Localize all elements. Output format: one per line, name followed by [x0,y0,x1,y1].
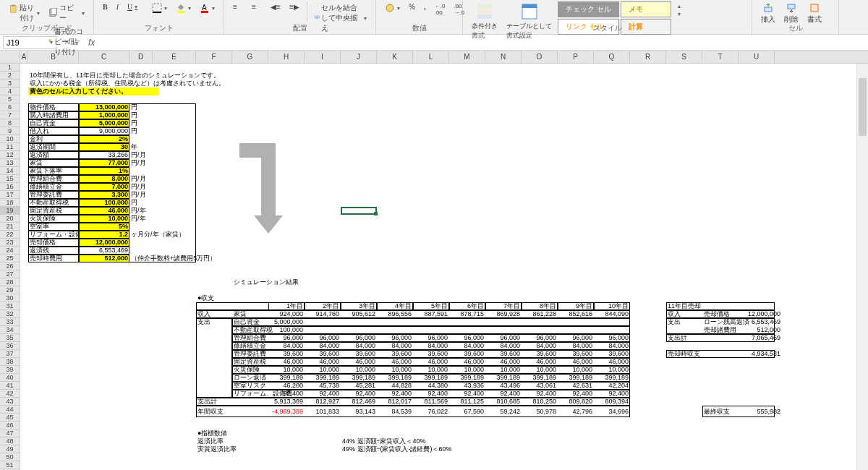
input-value[interactable]: 2% [79,135,129,143]
vertical-scrollbar[interactable] [856,64,868,470]
expense-row-label[interactable]: 火災保険 [232,366,261,374]
input-value[interactable]: 3,300 [79,191,129,199]
metrics-heading[interactable]: ●指標数値 [196,430,229,437]
sale-title[interactable]: 11年目売却 [666,302,702,310]
expense-val[interactable]: 43,936 [449,382,485,390]
row-header-51[interactable]: 51 [0,461,20,469]
col-header-P[interactable]: P [558,51,594,63]
expense-row-label[interactable]: 自己資金 [232,318,261,326]
conditional-format-button[interactable]: 条件付き 書式 [469,1,501,42]
expense-val[interactable]: 10,000 [594,366,630,374]
expense-val[interactable]: 43,496 [485,382,522,390]
arrow-shape[interactable] [239,143,290,239]
col-header-J[interactable]: J [341,51,377,63]
input-value[interactable]: 8,000 [79,175,129,183]
input-label[interactable]: 借入れ [28,127,79,135]
expense-val[interactable]: 39,600 [558,350,594,358]
expense-val[interactable]: 96,000 [522,334,558,342]
row-header-45[interactable]: 45 [0,414,20,422]
col-header-Q[interactable]: Q [594,51,630,63]
row-header-33[interactable]: 33 [0,318,20,326]
expense-val[interactable]: 399,189 [377,374,413,382]
row-header-21[interactable]: 21 [0,223,20,231]
col-header-L[interactable]: L [413,51,449,63]
expense-row-label[interactable]: 管理組合費 [232,334,268,342]
expense-val[interactable]: 39,600 [594,350,630,358]
input-value[interactable]: 1,000,000 [79,111,129,119]
expense-total-label[interactable]: 支出計 [196,398,218,406]
expense-val[interactable]: 39,600 [449,350,485,358]
expense-val[interactable]: 84,000 [341,342,377,350]
input-label[interactable]: 返済残 [28,247,79,255]
row-header-50[interactable]: 50 [0,453,20,461]
expense-val[interactable]: 84,000 [522,342,558,350]
year-header[interactable]: 9年目 [558,302,594,310]
input-label[interactable]: リフォーム・設備費 [28,231,79,239]
ratio2-val[interactable]: 49% 返済額÷(家賃収入-諸経費)＜60% [341,445,453,453]
year-header[interactable]: 2年目 [305,302,341,310]
row-header-15[interactable]: 15 [0,175,20,183]
expense-val[interactable]: 399,189 [449,374,485,382]
expense-val[interactable]: 46,000 [413,358,449,366]
expense-val[interactable]: 10,000 [413,366,449,374]
expense-val[interactable]: 92,400 [449,390,485,398]
row-header-16[interactable]: 16 [0,183,20,191]
rent-val[interactable]: 896,556 [377,310,413,318]
expense-total-val[interactable]: 809,394 [594,398,630,406]
row-header-23[interactable]: 23 [0,239,20,247]
expense-val[interactable]: 46,000 [558,358,594,366]
input-label[interactable]: 不動産取得税 [28,199,79,207]
expense-val[interactable]: 10,000 [341,366,377,374]
row-header-40[interactable]: 40 [0,374,20,382]
row-header-3[interactable]: 3 [0,80,20,87]
rent-val[interactable]: 905,612 [341,310,377,318]
rent-val[interactable]: 844,090 [594,310,630,318]
input-label[interactable]: 固定資産税 [28,207,79,215]
col-header-M[interactable]: M [449,51,485,63]
row-header-12[interactable]: 12 [0,151,20,159]
row-header-25[interactable]: 25 [0,255,20,262]
expense-val[interactable]: 100,000 [268,326,305,334]
rent-val[interactable]: 924,000 [268,310,305,318]
col-header-E[interactable]: E [153,51,196,63]
annual-val[interactable]: 67,590 [449,406,485,417]
sale-total-label[interactable]: 支出計 [666,334,689,342]
copy-button[interactable]: コピー▾ [46,1,88,25]
year-header[interactable]: 3年目 [341,302,377,310]
col-header-G[interactable]: G [232,51,268,63]
sale-income-label[interactable]: 収入 [666,310,682,318]
input-unit[interactable]: 円/月 [129,175,148,183]
input-value[interactable]: 77,000 [79,159,129,167]
row-header-11[interactable]: 11 [0,143,20,151]
format-button[interactable]: 書式 [804,1,825,26]
input-value[interactable]: 100,000 [79,199,129,207]
expense-val[interactable]: 42,204 [594,382,630,390]
expense-val[interactable]: 96,000 [485,334,522,342]
row-header-36[interactable]: 36 [0,342,20,350]
style-memo-cell[interactable]: メモ [621,1,671,17]
expense-total-val[interactable]: 812,017 [377,398,413,406]
col-header-I[interactable]: I [305,51,341,63]
expense-val[interactable]: 92,400 [485,390,522,398]
expense-val[interactable]: 39,600 [268,350,305,358]
styles-more-button[interactable]: ▴▾ [674,1,684,19]
expense-total-val[interactable]: 810,685 [485,398,522,406]
expense-val[interactable]: 46,200 [268,382,305,390]
expense-val[interactable]: 92,400 [594,390,630,398]
expense-val[interactable]: 46,000 [268,358,305,366]
input-value[interactable]: 10,000 [79,215,129,223]
sale-loan-val[interactable]: 6,553,469 [739,318,782,326]
income-label[interactable]: 収入 [196,310,212,318]
row-header-44[interactable]: 44 [0,406,20,414]
rent-val[interactable]: 852,616 [558,310,594,318]
expense-val[interactable]: 10,000 [305,366,341,374]
expense-val[interactable]: 96,000 [341,334,377,342]
row-header-7[interactable]: 7 [0,111,20,119]
expense-val[interactable]: 84,000 [377,342,413,350]
annual-val[interactable]: 93,143 [341,406,377,417]
row-header-41[interactable]: 41 [0,382,20,390]
expense-val[interactable]: 39,600 [377,350,413,358]
expense-total-val[interactable]: 812,469 [341,398,377,406]
row-header-19[interactable]: 19 [0,207,20,215]
expense-val[interactable]: 399,189 [522,374,558,382]
